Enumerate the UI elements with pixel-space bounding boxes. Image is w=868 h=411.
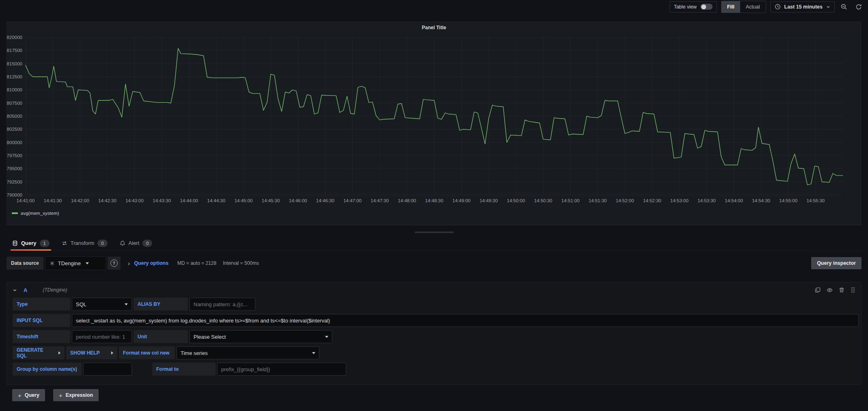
x-tick-label: 14:54:00 — [725, 198, 743, 203]
format-to-input[interactable] — [217, 363, 346, 376]
legend-series-swatch[interactable] — [12, 212, 18, 214]
transform-arrows-icon — [62, 240, 67, 246]
alias-by-input[interactable] — [190, 298, 255, 311]
x-tick-label: 14:53:00 — [670, 198, 689, 203]
x-tick-label: 14:47:00 — [343, 198, 362, 203]
x-tick-label: 14:52:00 — [616, 198, 634, 203]
fill-button[interactable]: Fill — [722, 1, 740, 13]
x-tick-label: 14:48:00 — [398, 198, 416, 203]
panel-resize-handle[interactable] — [415, 231, 454, 233]
interval-text: Interval = 500ms — [223, 260, 259, 266]
timeshift-input[interactable] — [72, 330, 132, 343]
x-tick-label: 14:54:30 — [752, 198, 770, 203]
timeshift-label: Timeshift — [13, 330, 70, 343]
drag-handle[interactable] — [851, 287, 855, 293]
x-tick-label: 14:45:00 — [235, 198, 253, 203]
question-icon: ? — [110, 260, 118, 267]
chevron-down-icon — [312, 352, 315, 354]
delete-query-button[interactable] — [839, 287, 844, 293]
tab-count-badge: 0 — [142, 240, 152, 247]
x-tick-label: 14:49:30 — [480, 198, 498, 203]
x-tick-label: 14:47:30 — [370, 198, 389, 203]
add-query-button[interactable]: + Query — [12, 389, 45, 401]
table-view-group: Table view — [670, 1, 717, 13]
graph-panel: Panel Title 14:41:0014:41:3014:42:0014:4… — [6, 22, 862, 225]
tab-label: Query — [21, 240, 37, 246]
show-help-button[interactable]: SHOW HELP — [66, 346, 117, 359]
refresh-button[interactable] — [853, 2, 864, 12]
tdengine-logo-icon — [50, 261, 55, 266]
tab-query[interactable]: Query 1 — [12, 236, 50, 251]
panel-title[interactable]: Panel Title — [7, 22, 861, 33]
x-tick-label: 14:44:00 — [180, 198, 198, 203]
chart-legend: avg(mem_system) — [7, 209, 861, 218]
copy-icon — [815, 287, 821, 293]
type-select[interactable]: SQL — [72, 298, 132, 311]
eye-icon — [827, 287, 833, 293]
x-tick-label: 14:52:30 — [643, 198, 661, 203]
x-tick-label: 14:53:30 — [698, 198, 716, 203]
input-sql-input[interactable] — [72, 314, 859, 327]
tab-count-badge: 0 — [97, 240, 107, 247]
sql-tools-row: GENERATE SQL SHOW HELP Format new col ne… — [13, 346, 860, 359]
query-editor-card: A (TDengine) Type SQL ALIAS BY INPUT SQL — [6, 282, 862, 385]
unit-select[interactable]: Please Select — [190, 330, 332, 343]
y-tick-label: 1810000 — [7, 87, 22, 92]
x-tick-label: 14:42:30 — [98, 198, 116, 203]
tab-label: Alert — [129, 240, 140, 246]
zoom-out-button[interactable] — [839, 2, 849, 12]
x-tick-label: 14:46:00 — [289, 198, 307, 203]
y-tick-label: 1792500 — [7, 180, 22, 184]
timeshift-row: Timeshift Unit Please Select — [13, 330, 860, 343]
tab-alert[interactable]: Alert 0 — [120, 236, 153, 251]
group-by-label: Group by column name(s) — [13, 363, 82, 376]
editor-footer: + Query + Expression — [12, 389, 99, 401]
datasource-picker[interactable]: TDengine — [45, 256, 106, 270]
show-help-label: SHOW HELP — [70, 350, 100, 356]
group-by-input[interactable] — [83, 363, 132, 376]
time-series-chart[interactable]: 14:41:0014:41:3014:42:0014:42:3014:43:00… — [7, 33, 861, 209]
table-view-toggle[interactable] — [700, 4, 713, 10]
type-row: Type SQL ALIAS BY — [13, 298, 860, 311]
add-query-label: Query — [25, 392, 39, 398]
x-tick-label: 14:51:30 — [588, 198, 607, 203]
x-tick-label: 14:55:30 — [806, 198, 825, 203]
input-sql-label: INPUT SQL — [13, 314, 70, 327]
format-to-label: Format to — [152, 363, 215, 376]
add-expression-button[interactable]: + Expression — [53, 389, 99, 401]
trash-icon — [839, 287, 844, 293]
legend-series-label[interactable]: avg(mem_system) — [21, 211, 59, 216]
type-label: Type — [13, 298, 70, 311]
collapse-chevron-icon[interactable] — [13, 288, 17, 292]
tab-transform[interactable]: Transform 0 — [62, 236, 108, 251]
group-by-row: Group by column name(s) Format to — [13, 363, 860, 376]
y-tick-label: 1817500 — [7, 48, 22, 53]
y-tick-label: 1805000 — [7, 114, 22, 119]
time-range-picker[interactable]: Last 15 minutes — [770, 1, 835, 13]
x-tick-label: 14:50:30 — [534, 198, 552, 203]
chevron-right-icon — [111, 351, 113, 355]
table-view-label: Table view — [674, 4, 697, 10]
x-tick-label: 14:51:00 — [561, 198, 579, 203]
query-row-actions — [815, 287, 855, 293]
actual-button[interactable]: Actual — [740, 1, 766, 13]
plus-icon: + — [18, 392, 22, 399]
clock-icon — [775, 4, 781, 10]
datasource-help-button[interactable]: ? — [108, 257, 121, 270]
query-options-toggle[interactable]: Query options — [134, 260, 168, 266]
x-tick-label: 14:55:00 — [779, 198, 797, 203]
duplicate-query-button[interactable] — [815, 287, 821, 293]
y-tick-label: 1815000 — [7, 61, 22, 66]
generate-sql-button[interactable]: GENERATE SQL — [13, 346, 65, 359]
query-row-header[interactable]: A (TDengine) — [7, 282, 861, 298]
x-tick-label: 14:41:30 — [44, 198, 62, 203]
hide-query-button[interactable] — [827, 287, 833, 293]
chevron-right-icon: › — [128, 260, 130, 267]
x-tick-label: 14:49:00 — [452, 198, 471, 203]
datasource-bar: Data source TDengine ? › Query options M… — [6, 257, 862, 270]
query-datasource-hint: (TDengine) — [43, 287, 67, 293]
format-select[interactable]: Time series — [177, 346, 319, 359]
toggle-knob — [701, 4, 706, 9]
format-select-value: Time series — [181, 350, 208, 356]
query-inspector-button[interactable]: Query inspector — [811, 257, 862, 269]
